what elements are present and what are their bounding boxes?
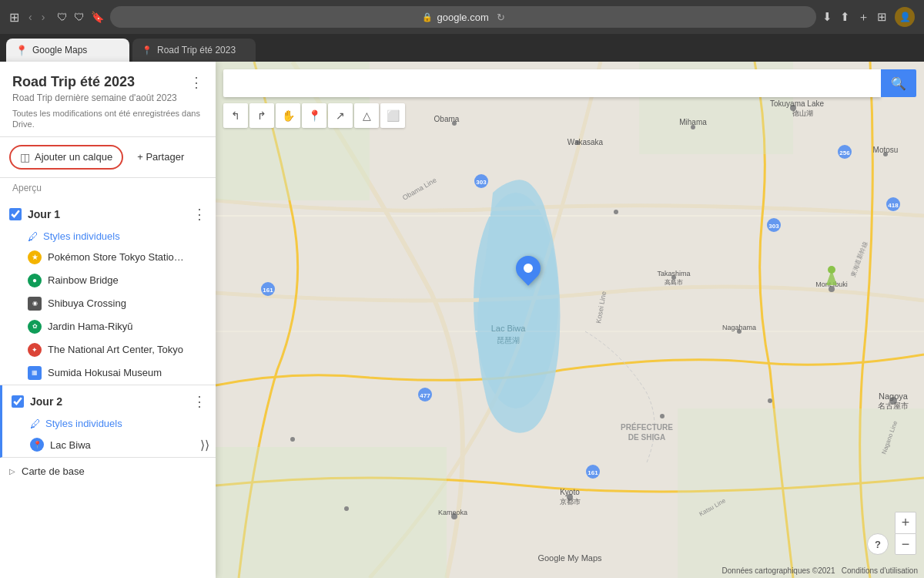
carte-base-label: Carte de base <box>22 465 85 477</box>
share-button[interactable]: + Partager <box>129 146 192 167</box>
day-2-section: Jour 2 ⋮ 🖊 Styles individuels 📍 Lac Biwa… <box>0 385 216 458</box>
place-national-art-name: The National Art Center, Tokyo <box>48 344 206 355</box>
carte-triangle-icon: ▷ <box>9 467 15 476</box>
svg-text:Lac Biwa: Lac Biwa <box>491 324 527 333</box>
place-rainbow-bridge-name: Rainbow Bridge <box>48 274 206 286</box>
sidebar-toolbar: ◫ Ajouter un calque + Partager <box>0 137 216 178</box>
address-bar[interactable]: 🔒 google.com ↻ <box>110 6 816 28</box>
svg-text:PRÉFECTURE: PRÉFECTURE <box>621 422 673 432</box>
add-layer-button[interactable]: ◫ Ajouter un calque <box>9 145 123 170</box>
day-2-styles-row[interactable]: 🖊 Styles individuels <box>2 415 216 433</box>
day-1-styles-row[interactable]: 🖊 Styles individuels <box>0 227 216 246</box>
svg-point-18 <box>768 398 772 403</box>
download-icon[interactable]: ⬇ <box>822 10 832 24</box>
tab-road-trip-label: Road Trip été 2023 <box>157 45 236 55</box>
attribution-text: Données cartographiques ©2021 <box>722 566 835 575</box>
day-2-checkbox[interactable] <box>12 395 24 408</box>
place-sumida-name: Sumida Hokusai Museum <box>48 367 206 378</box>
add-layer-label: Ajouter un calque <box>35 151 112 163</box>
preview-label: Aperçu <box>12 183 42 193</box>
map-tool-cursor[interactable]: ↰ <box>223 103 248 128</box>
terms-link[interactable]: Conditions d'utilisation <box>842 566 918 575</box>
browser-chrome: ⊞ ‹ › 🛡 🛡 🔖 🔒 google.com ↻ ⬇ ⬆ ＋ ⊞ 👤 <box>0 0 924 34</box>
place-hama-rikyu[interactable]: ✿ Jardin Hama-Rikyū <box>0 315 216 338</box>
day-2-header: Jour 2 ⋮ <box>2 385 216 415</box>
map-tool-hand[interactable]: ✋ <box>276 103 300 128</box>
google-my-maps-logo: Google My Maps <box>537 553 601 563</box>
svg-text:161: 161 <box>588 469 598 476</box>
shield2-icon: 🛡 <box>74 11 85 23</box>
place-sumida[interactable]: ▦ Sumida Hokusai Museum <box>0 361 216 385</box>
sidebar-more-button[interactable]: ⋮ <box>189 74 203 91</box>
svg-point-19 <box>660 414 665 418</box>
svg-text:名古屋市: 名古屋市 <box>878 402 909 410</box>
zoom-out-button[interactable]: − <box>895 533 916 555</box>
carte-base-section[interactable]: ▷ Carte de base <box>0 458 216 485</box>
day-2-more-button[interactable]: ⋮ <box>192 393 206 410</box>
shield-icon: 🛡 <box>57 11 68 23</box>
zoom-controls: + − <box>895 512 916 555</box>
svg-rect-6 <box>216 447 447 578</box>
place-pokemon-name: Pokémon Store Tokyo Statio… <box>48 251 206 263</box>
day-1-checkbox[interactable] <box>9 208 22 220</box>
nav-buttons: ‹ › <box>25 8 48 26</box>
share-browser-icon[interactable]: ⬆ <box>840 10 850 24</box>
tab-road-trip[interactable]: 📍 Road Trip été 2023 <box>132 39 256 62</box>
search-icon: 🔍 <box>891 76 906 91</box>
sidebar-panel: Road Trip été 2023 ⋮ Road Trip dernière … <box>0 62 216 578</box>
styles-icon: 🖊 <box>28 230 38 243</box>
map-tool-pin[interactable]: 📍 <box>302 103 326 128</box>
svg-text:Kameoka: Kameoka <box>438 509 467 516</box>
sidebar-header: Road Trip été 2023 ⋮ Road Trip dernière … <box>0 62 216 137</box>
browser-actions: ⬇ ⬆ ＋ ⊞ 👤 <box>822 7 915 27</box>
map-toolbar: ↰ ↱ ✋ 📍 ↗ △ ⬜ <box>223 103 405 128</box>
back-button[interactable]: ‹ <box>25 8 35 26</box>
svg-text:京都市: 京都市 <box>560 498 581 506</box>
privacy-icons: 🛡 🛡 🔖 <box>57 11 104 23</box>
day-1-styles-label[interactable]: Styles individuels <box>43 230 120 242</box>
svg-text:徳山湖: 徳山湖 <box>792 109 813 117</box>
svg-text:Takashima: Takashima <box>657 270 690 277</box>
sidebar-title: Road Trip été 2023 <box>12 74 135 90</box>
place-lac-biwa[interactable]: 📍 Lac Biwa ⟩⟩ <box>2 433 216 457</box>
place-hama-icon: ✿ <box>28 320 42 334</box>
map-area[interactable]: Lac Biwa 琵琶湖 Wakasaka Obama 小浜市 Mihama T… <box>216 62 924 578</box>
forward-button[interactable]: › <box>38 8 49 26</box>
day-2-styles-label[interactable]: Styles individuels <box>45 418 122 429</box>
map-search-button[interactable]: 🔍 <box>881 69 916 97</box>
zoom-in-button[interactable]: + <box>895 512 916 533</box>
map-location-pin <box>516 256 541 281</box>
map-tool-redo[interactable]: ↱ <box>249 103 274 128</box>
day-1-header-left: Jour 1 <box>9 208 60 220</box>
map-help-button[interactable]: ? <box>867 533 889 555</box>
svg-point-14 <box>614 210 618 214</box>
sumida-icon-char: ▦ <box>32 369 38 376</box>
maps-tab-icon: 📍 <box>15 45 28 56</box>
direction-icon[interactable]: ⟩⟩ <box>200 438 209 452</box>
svg-text:琵琶湖: 琵琶湖 <box>497 336 520 344</box>
map-tool-shape[interactable]: △ <box>354 103 379 128</box>
place-national-art[interactable]: ✦ The National Art Center, Tokyo <box>0 338 216 361</box>
grid-icon[interactable]: ⊞ <box>877 10 887 24</box>
svg-text:Mihama: Mihama <box>679 118 707 126</box>
sidebar-toggle-icon[interactable]: ⊞ <box>9 10 19 25</box>
lock-icon: 🔒 <box>422 12 433 22</box>
place-rainbow-bridge[interactable]: ● Rainbow Bridge <box>0 269 216 292</box>
extension-icon: 🔖 <box>91 11 104 23</box>
place-shibuya-icon: ◉ <box>28 297 42 311</box>
place-sumida-icon: ▦ <box>28 366 42 380</box>
place-shibuya[interactable]: ◉ Shibuya Crossing <box>0 292 216 315</box>
place-art-icon: ✦ <box>28 343 42 357</box>
map-tool-route[interactable]: ↗ <box>328 103 353 128</box>
new-tab-icon[interactable]: ＋ <box>858 10 869 25</box>
tab-google-maps[interactable]: 📍 Google Maps <box>6 39 129 62</box>
reload-icon[interactable]: ↻ <box>497 12 505 23</box>
map-search-input[interactable] <box>223 69 881 97</box>
day-1-more-button[interactable]: ⋮ <box>192 206 206 223</box>
avatar[interactable]: 👤 <box>895 7 915 27</box>
map-tool-text[interactable]: ⬜ <box>380 103 405 128</box>
lac-biwa-icon-char: 📍 <box>33 441 42 449</box>
sidebar-subtitle: Road Trip dernière semaine d'août 2023 <box>12 92 203 103</box>
day-2-header-left: Jour 2 <box>12 395 62 408</box>
place-pokemon[interactable]: ★ Pokémon Store Tokyo Statio… <box>0 246 216 269</box>
